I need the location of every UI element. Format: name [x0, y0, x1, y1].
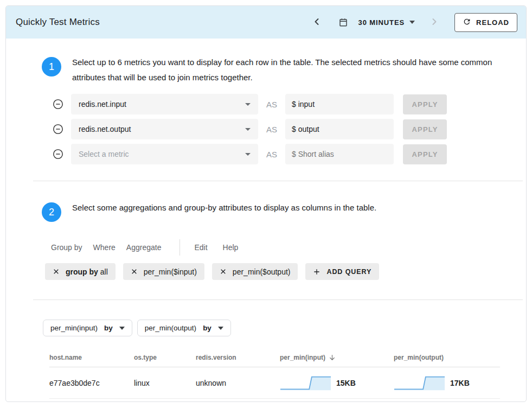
column-header-redis-version[interactable]: redis.version	[196, 354, 280, 361]
calendar-icon	[338, 17, 348, 27]
sparkline-chart	[394, 375, 445, 391]
selector-label: per_min(output)	[145, 324, 196, 332]
column-header-per-min-input[interactable]: per_min(input)	[280, 354, 394, 362]
time-range-dropdown[interactable]: 30 MINUTES	[338, 17, 415, 27]
plus-icon	[313, 268, 321, 276]
chip-per-min-input[interactable]: per_min($input)	[123, 263, 204, 280]
menu-group-by[interactable]: Group by	[51, 243, 82, 252]
remove-metric-icon[interactable]	[52, 123, 64, 135]
caret-down-icon	[245, 103, 251, 106]
column-header-per-min-output[interactable]: per_min(output)	[394, 354, 500, 361]
table-header-row: host.name os.type redis.version per_min(…	[49, 348, 500, 367]
close-icon[interactable]	[53, 268, 60, 275]
chip-label-bold: group by	[66, 267, 98, 276]
step2-description: Select some aggregations and group-by at…	[72, 199, 376, 215]
query-chips: group by all per_min($input) per_min($ou…	[45, 263, 500, 280]
time-controls: 30 MINUTES RELOAD	[309, 13, 517, 32]
chip-label-rest: all	[100, 267, 108, 276]
column-header-host-name[interactable]: host.name	[49, 354, 134, 361]
sparkline-chart	[280, 375, 331, 391]
quickly-test-metrics-panel: Quickly Test Metrics 30 MINUTES	[5, 5, 527, 402]
per-min-input-by-dropdown[interactable]: per_min(input) by	[43, 320, 132, 336]
as-label: AS	[258, 125, 285, 134]
caret-down-icon	[409, 21, 415, 24]
apply-button-1[interactable]: APPLY	[403, 94, 447, 114]
metric-select-1[interactable]: redis.net.input	[71, 94, 258, 114]
caret-down-icon	[119, 327, 125, 330]
metric-select-placeholder: Select a metric	[79, 150, 245, 158]
by-label: by	[104, 324, 113, 332]
caret-down-icon	[245, 128, 251, 131]
by-label: by	[203, 324, 211, 332]
remove-metric-icon[interactable]	[52, 98, 64, 110]
metric-rows: redis.net.input AS APPLY redis.net.outpu…	[52, 94, 500, 164]
section-divider	[33, 299, 523, 300]
cell-os-type: linux	[134, 379, 196, 387]
menu-divider	[180, 239, 180, 256]
chip-label: per_min($output)	[233, 267, 291, 276]
menu-help[interactable]: Help	[223, 243, 239, 252]
alias-field-1[interactable]	[285, 94, 394, 114]
apply-button-2[interactable]: APPLY	[403, 119, 447, 139]
selector-label: per_min(input)	[50, 324, 98, 332]
close-icon[interactable]	[131, 268, 138, 275]
chip-group-by-all[interactable]: group by all	[45, 263, 116, 280]
sparkline-value: 15KB	[336, 379, 356, 387]
remove-metric-icon[interactable]	[52, 148, 64, 160]
cell-redis-version: unknown	[196, 379, 280, 387]
step1-description: Select up to 6 metrics you want to displ…	[72, 54, 498, 85]
metric-select-3[interactable]: Select a metric	[71, 144, 258, 164]
add-query-button[interactable]: ADD QUERY	[305, 263, 379, 280]
result-selectors: per_min(input) by per_min(output) by	[43, 320, 500, 336]
step1-header: 1 Select up to 6 metrics you want to dis…	[42, 54, 500, 85]
section-divider	[33, 181, 523, 181]
per-min-output-by-dropdown[interactable]: per_min(output) by	[137, 320, 231, 336]
alias-field-3[interactable]	[285, 144, 394, 164]
aggregation-menu: Group by Where Aggregate Edit Help	[51, 239, 500, 256]
close-icon[interactable]	[220, 268, 227, 275]
metric-row-3: Select a metric AS APPLY	[52, 144, 500, 164]
cell-host-name: e77ae3b0de7c	[49, 379, 134, 387]
chip-label: per_min($input)	[144, 267, 197, 276]
apply-button-3[interactable]: APPLY	[403, 144, 447, 164]
metric-row-2: redis.net.output AS APPLY	[52, 119, 500, 139]
step2-number-badge: 2	[42, 202, 61, 222]
menu-aggregate[interactable]: Aggregate	[126, 243, 162, 252]
sparkline-value: 17KB	[450, 379, 470, 387]
step2-header: 2 Select some aggregations and group-by …	[42, 199, 500, 222]
caret-down-icon	[245, 153, 251, 156]
results-table: host.name os.type redis.version per_min(…	[42, 348, 500, 399]
page-title: Quickly Test Metrics	[16, 17, 100, 28]
panel-header: Quickly Test Metrics 30 MINUTES	[6, 6, 526, 39]
as-label: AS	[258, 150, 285, 159]
chevron-right-icon	[429, 16, 440, 29]
metric-select-value: redis.net.input	[79, 100, 245, 109]
metric-select-value: redis.net.output	[79, 125, 245, 133]
menu-where[interactable]: Where	[93, 243, 116, 252]
table-row[interactable]: e77ae3b0de7c linux unknown 15KB 17KB	[49, 367, 500, 399]
add-query-label: ADD QUERY	[326, 268, 371, 276]
metric-select-2[interactable]: redis.net.output	[71, 119, 258, 139]
prev-time-button[interactable]	[309, 14, 324, 31]
cell-per-min-input: 15KB	[280, 375, 394, 391]
column-header-os-type[interactable]: os.type	[134, 354, 196, 361]
reload-label: RELOAD	[476, 18, 509, 27]
refresh-icon	[463, 17, 471, 28]
alias-field-2[interactable]	[285, 119, 394, 139]
chip-per-min-output[interactable]: per_min($output)	[212, 263, 298, 280]
cell-per-min-output: 17KB	[394, 375, 500, 391]
metric-row-1: redis.net.input AS APPLY	[52, 94, 500, 114]
chevron-left-icon	[311, 16, 322, 29]
step1-number-badge: 1	[42, 57, 61, 76]
caret-down-icon	[218, 327, 223, 330]
menu-edit[interactable]: Edit	[194, 243, 207, 252]
time-range-label: 30 MINUTES	[358, 18, 405, 27]
next-time-button[interactable]	[427, 14, 442, 31]
reload-button[interactable]: RELOAD	[454, 13, 517, 32]
sort-desc-icon[interactable]	[328, 354, 336, 362]
as-label: AS	[258, 100, 285, 109]
